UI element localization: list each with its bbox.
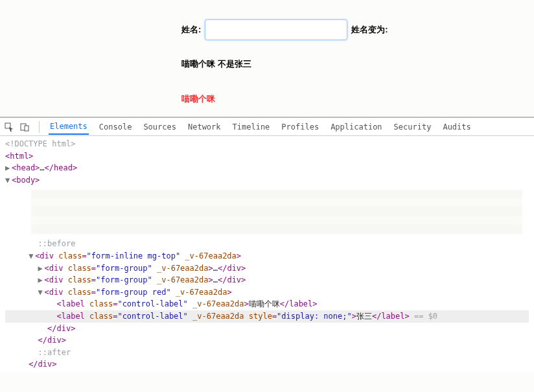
inspect-icon[interactable] <box>4 122 14 132</box>
dom-line[interactable]: ▼<div class="form-inline mg-top" _v-67ea… <box>5 250 529 262</box>
tab-application[interactable]: Application <box>329 120 383 134</box>
dom-tree[interactable]: <!DOCTYPE html> <html> ▶<head>…</head> ▼… <box>0 136 534 373</box>
status-line-2: 喵嘞个咪 <box>0 82 534 117</box>
dom-line[interactable]: <label class="control-label" _v-67eaa2da… <box>5 298 529 310</box>
changed-label: 姓名变为: <box>351 24 388 36</box>
name-label: 姓名: <box>181 24 201 36</box>
tab-profiles[interactable]: Profiles <box>280 120 320 134</box>
toolbar-separator <box>39 121 40 133</box>
tab-audits[interactable]: Audits <box>441 120 472 134</box>
tab-console[interactable]: Console <box>98 120 134 134</box>
dom-line[interactable]: ▼<div class="form-group red" _v-67eaa2da… <box>5 286 529 299</box>
name-row: 姓名: 姓名变为: <box>0 13 534 47</box>
device-icon[interactable] <box>19 122 30 132</box>
devtools-toolbar: Elements Console Sources Network Timelin… <box>0 118 534 136</box>
dom-line-selected[interactable]: <label class="control-label" _v-67eaa2da… <box>5 310 529 323</box>
dom-line[interactable]: ::after <box>5 347 529 359</box>
dom-line[interactable]: </div> <box>5 358 529 371</box>
dom-line[interactable]: </div> <box>5 334 529 347</box>
dom-line[interactable]: ▼<body> <box>5 174 529 187</box>
name-input[interactable] <box>205 19 347 40</box>
devtools-panel: Elements Console Sources Network Timelin… <box>0 117 534 373</box>
tab-network[interactable]: Network <box>187 120 222 134</box>
dom-line[interactable]: ▶<div class="form-group" _v-67eaa2da>…</… <box>5 274 529 286</box>
blurred-region <box>31 190 522 234</box>
tab-timeline[interactable]: Timeline <box>231 120 272 134</box>
svg-rect-2 <box>25 126 29 131</box>
dom-line[interactable]: </div> <box>5 323 529 335</box>
dom-line[interactable]: <html> <box>5 150 529 163</box>
dom-line[interactable]: <!DOCTYPE html> <box>5 138 529 150</box>
dom-line[interactable]: ::before <box>5 238 529 250</box>
tab-sources[interactable]: Sources <box>142 120 178 134</box>
dom-line[interactable]: ▶<div class="form-group" _v-67eaa2da>…</… <box>5 262 529 275</box>
status-line-1: 喵嘞个咪 不是张三 <box>0 47 534 82</box>
tab-security[interactable]: Security <box>393 120 433 134</box>
tab-elements[interactable]: Elements <box>49 119 89 135</box>
dom-line[interactable]: ▶<head>…</head> <box>5 162 529 174</box>
page-content: 姓名: 姓名变为: 喵嘞个咪 不是张三 喵嘞个咪 <box>0 0 534 117</box>
